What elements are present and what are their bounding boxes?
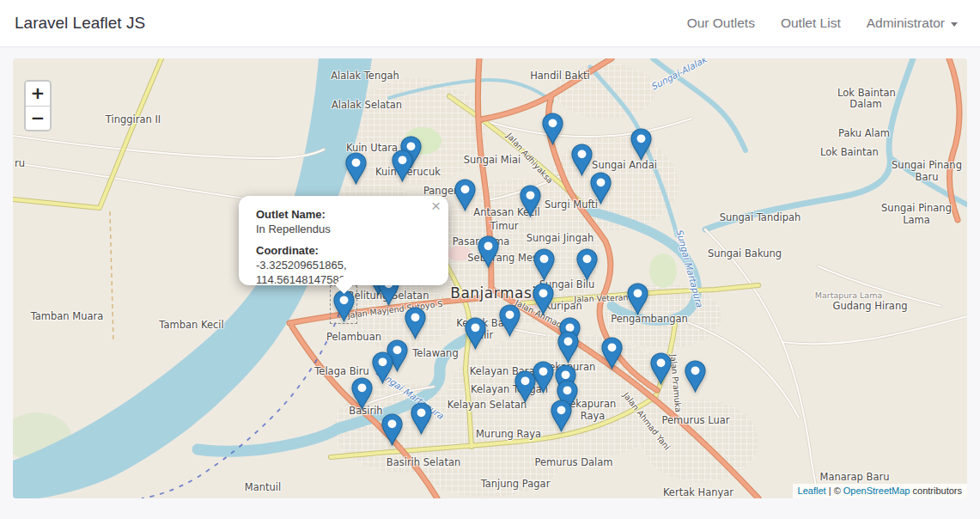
map-marker[interactable] (499, 304, 520, 337)
map-marker[interactable] (478, 235, 499, 268)
nav-outlet-list[interactable]: Outlet List (781, 15, 841, 31)
app-brand[interactable]: Laravel Leaflet JS (0, 14, 145, 33)
popup-outlet-name-value: In Repellendus (256, 222, 431, 236)
popup-close-button[interactable]: × (431, 198, 441, 213)
map-marker[interactable] (630, 128, 652, 161)
map-marker[interactable] (345, 152, 367, 185)
popup-coordinate-label: Coordinate: (256, 243, 431, 258)
zoom-in-button[interactable]: + (26, 82, 50, 106)
outlet-popup: Outlet Name: In Repellendus Coordinate: … (239, 196, 448, 285)
zoom-out-button[interactable]: − (26, 106, 50, 130)
chevron-down-icon (951, 22, 958, 27)
map-marker[interactable] (514, 370, 536, 403)
map-marker[interactable] (392, 150, 413, 182)
map-marker[interactable] (372, 351, 393, 384)
nav-our-outlets[interactable]: Our Outlets (687, 15, 755, 31)
map-marker[interactable] (685, 360, 706, 393)
attribution-separator: | (829, 485, 831, 496)
popup-outlet-name-label: Outlet Name: (256, 207, 431, 222)
osm-link[interactable]: OpenStreetMap (843, 485, 910, 496)
map-marker[interactable] (405, 307, 426, 339)
zoom-control: + − (24, 80, 52, 131)
map-marker[interactable] (351, 377, 373, 410)
map-marker[interactable] (542, 113, 563, 145)
map-tiles (13, 58, 967, 498)
attribution-suffix: contributors (913, 485, 962, 496)
map-marker[interactable] (533, 283, 554, 315)
popup-coordinate-value: -3.325209651865, 114.56148147583 (256, 258, 431, 287)
leaflet-link[interactable]: Leaflet (798, 485, 826, 496)
map-marker[interactable] (454, 179, 476, 211)
nav-administrator-label: Administrator (867, 15, 945, 31)
map-marker[interactable] (465, 317, 486, 350)
map-marker[interactable] (557, 331, 579, 363)
map-marker[interactable] (576, 248, 598, 281)
nav-administrator-dropdown[interactable]: Administrator (867, 15, 958, 31)
map-marker[interactable] (650, 352, 672, 385)
map-marker[interactable] (551, 400, 572, 432)
map-marker[interactable] (590, 172, 612, 205)
leaflet-map[interactable]: Alalak TengahHandil BaktiAlalak SelatanL… (13, 58, 967, 498)
nav-links: Our Outlets Outlet List Administrator (687, 15, 980, 31)
map-marker[interactable] (381, 413, 403, 446)
navbar: Laravel Leaflet JS Our Outlets Outlet Li… (0, 0, 980, 47)
map-attribution: Leaflet | © OpenStreetMap contributors (793, 484, 967, 498)
map-marker[interactable] (411, 402, 432, 435)
attribution-copyright: © (834, 485, 841, 496)
map-marker[interactable] (520, 185, 541, 217)
map-marker[interactable] (601, 337, 623, 369)
map-marker[interactable] (533, 248, 555, 281)
map-marker[interactable] (627, 283, 648, 315)
